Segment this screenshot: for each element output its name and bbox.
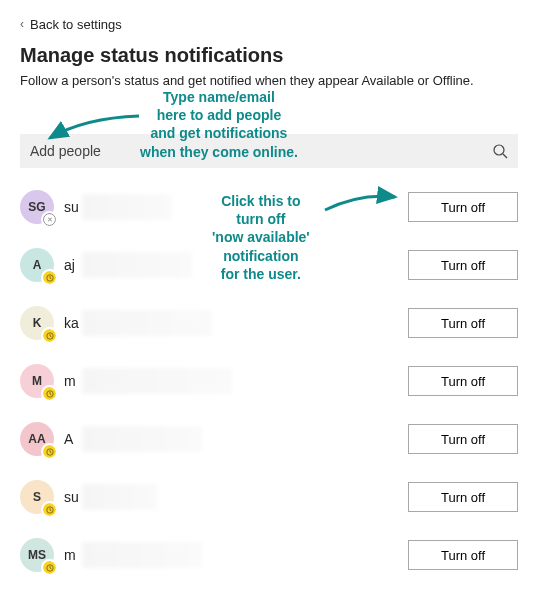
people-list: SGsuTurn offAajTurn offKkaTurn offMmTurn…: [20, 190, 518, 592]
person-name-prefix: ka: [64, 315, 82, 331]
redacted-name: [82, 252, 192, 278]
person-name-prefix: m: [64, 547, 82, 563]
person-row: SsuTurn off: [20, 480, 518, 514]
turn-off-button[interactable]: Turn off: [408, 540, 518, 570]
person-name-prefix: su: [64, 489, 82, 505]
person-row: AajTurn off: [20, 248, 518, 282]
avatar: S: [20, 480, 54, 514]
presence-away-icon: [43, 503, 56, 516]
presence-away-icon: [43, 445, 56, 458]
turn-off-button[interactable]: Turn off: [408, 424, 518, 454]
chevron-left-icon: ‹: [20, 17, 24, 31]
presence-away-icon: [43, 387, 56, 400]
redacted-name: [82, 484, 157, 510]
avatar: M: [20, 364, 54, 398]
search-icon: [492, 143, 508, 159]
redacted-name: [82, 310, 212, 336]
person-row: KkaTurn off: [20, 306, 518, 340]
person-name-prefix: su: [64, 199, 82, 215]
turn-off-button[interactable]: Turn off: [408, 482, 518, 512]
svg-point-0: [494, 145, 504, 155]
page-title: Manage status notifications: [20, 44, 518, 67]
avatar: AA: [20, 422, 54, 456]
redacted-name: [82, 426, 202, 452]
person-name-prefix: m: [64, 373, 82, 389]
turn-off-button[interactable]: Turn off: [408, 366, 518, 396]
svg-line-1: [503, 154, 507, 158]
person-row: MSmTurn off: [20, 538, 518, 572]
redacted-name: [82, 542, 202, 568]
presence-away-icon: [43, 329, 56, 342]
person-name-prefix: aj: [64, 257, 82, 273]
redacted-name: [82, 368, 232, 394]
back-link-label: Back to settings: [30, 17, 122, 32]
page-description: Follow a person's status and get notifie…: [20, 73, 518, 88]
back-to-settings-link[interactable]: ‹ Back to settings: [20, 17, 122, 32]
redacted-name: [82, 194, 172, 220]
add-people-search[interactable]: [20, 134, 518, 168]
avatar: MS: [20, 538, 54, 572]
avatar: SG: [20, 190, 54, 224]
person-row: SGsuTurn off: [20, 190, 518, 224]
person-row: MmTurn off: [20, 364, 518, 398]
add-people-input[interactable]: [30, 143, 492, 159]
person-row: AAATurn off: [20, 422, 518, 456]
turn-off-button[interactable]: Turn off: [408, 192, 518, 222]
presence-offline-icon: [43, 213, 56, 226]
avatar: K: [20, 306, 54, 340]
turn-off-button[interactable]: Turn off: [408, 308, 518, 338]
presence-away-icon: [43, 271, 56, 284]
person-name-prefix: A: [64, 431, 82, 447]
presence-away-icon: [43, 561, 56, 574]
turn-off-button[interactable]: Turn off: [408, 250, 518, 280]
avatar: A: [20, 248, 54, 282]
